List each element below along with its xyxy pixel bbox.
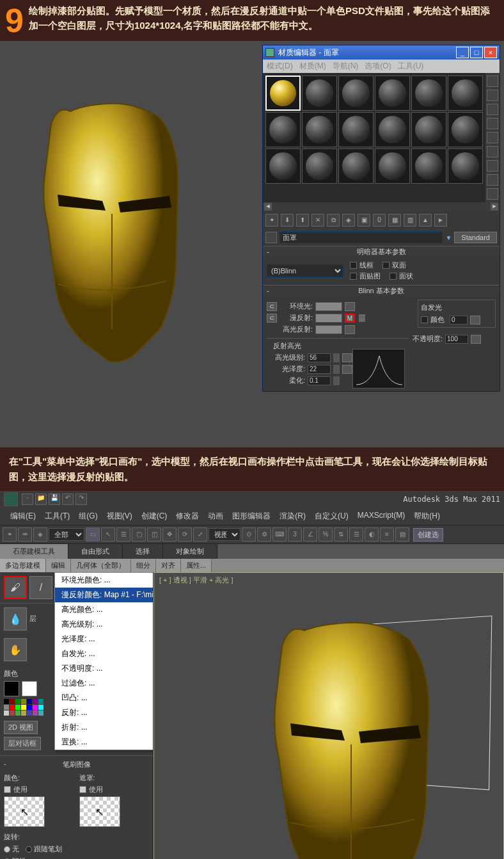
material-slot-6[interactable] [448, 76, 483, 111]
material-slot-17[interactable] [411, 149, 446, 184]
sample-type-icon[interactable] [487, 76, 498, 87]
show-map-icon[interactable]: ▦ [388, 214, 401, 227]
slot-scrollbar[interactable]: ◄ ► [263, 202, 500, 211]
snap-icon[interactable]: 3 [288, 527, 302, 542]
menu-mode[interactable]: 模式(D) [267, 61, 293, 72]
percent-snap-icon[interactable]: % [319, 527, 333, 542]
material-slot-16[interactable] [375, 149, 410, 184]
ctx-reflect[interactable]: 反射: ... [55, 705, 154, 720]
bind-icon[interactable]: ◈ [33, 527, 47, 542]
unlink-icon[interactable]: ⚮ [18, 527, 32, 542]
subtab-poly[interactable]: 多边形建模 [0, 559, 46, 572]
facemap-checkbox[interactable] [350, 273, 357, 280]
get-material-icon[interactable]: ✦ [265, 214, 278, 227]
ctx-specular[interactable]: 高光颜色: ... [55, 602, 154, 617]
spin-down-icon[interactable] [333, 381, 340, 385]
titlebar[interactable]: 材质编辑器 - 面罩 _ □ × [263, 45, 500, 60]
ambient-swatch[interactable] [315, 302, 342, 311]
material-slot-7[interactable] [265, 112, 301, 147]
link-icon[interactable]: ⚭ [3, 527, 17, 542]
material-slot-2[interactable] [302, 76, 337, 111]
menu-help[interactable]: 帮助(H) [411, 510, 443, 523]
save-icon[interactable]: 💾 [49, 494, 60, 505]
select-by-mat-icon[interactable] [487, 174, 498, 186]
ctx-opacity[interactable]: 不透明度: ... [55, 661, 154, 676]
rot-none-radio[interactable] [4, 846, 10, 853]
spin-up-icon[interactable] [333, 376, 340, 381]
material-slot-5[interactable] [411, 76, 446, 111]
rollout-toggle-icon[interactable]: - [267, 248, 269, 255]
rotate-icon[interactable]: ⟳ [178, 527, 192, 542]
create-selection-button[interactable]: 创建选 [413, 528, 443, 542]
go-parent-icon[interactable]: ▲ [419, 214, 432, 227]
show-end-icon[interactable]: ▥ [404, 214, 416, 227]
subtab-align[interactable]: 对齐 [156, 559, 181, 572]
background-color[interactable] [22, 681, 37, 696]
options-icon[interactable] [487, 160, 498, 172]
dropdown-arrow-icon[interactable]: ▼ [445, 234, 452, 241]
spin-up-icon[interactable] [333, 365, 340, 369]
specular-map-button[interactable] [345, 325, 355, 334]
window-crossing-icon[interactable]: ◫ [147, 527, 161, 542]
opacity-input[interactable] [445, 335, 468, 344]
material-slot-9[interactable] [338, 112, 374, 147]
tab-selection[interactable]: 选择 [123, 544, 163, 559]
ctx-filter[interactable]: 过滤色: ... [55, 676, 154, 691]
lock-ambient-icon[interactable]: ⊂ [267, 302, 277, 311]
speclevel-input[interactable] [308, 353, 331, 362]
gloss-map-button[interactable] [342, 365, 352, 374]
gloss-input[interactable] [308, 365, 331, 374]
mirror-icon[interactable]: ◐ [365, 527, 379, 542]
coord-select[interactable]: 视图 [209, 528, 240, 541]
background-icon[interactable] [487, 104, 498, 115]
menu-modifiers[interactable]: 修改器 [173, 510, 201, 523]
make-unique-icon[interactable]: ◈ [342, 214, 355, 227]
subtab-props[interactable]: 属性... [181, 559, 212, 572]
redo-icon[interactable]: ↷ [75, 494, 87, 505]
tab-object-paint[interactable]: 对象绘制 [163, 544, 217, 559]
select-name-icon[interactable]: ☰ [116, 527, 130, 542]
minimize-button[interactable]: _ [456, 47, 469, 58]
named-sel-icon[interactable]: ☰ [349, 527, 363, 542]
rollout-toggle-icon[interactable]: - [4, 760, 6, 767]
lock-diffuse-icon[interactable]: ⊂ [267, 314, 277, 323]
soften-input[interactable] [308, 376, 331, 385]
subtab-edit[interactable]: 编辑 [46, 559, 71, 572]
menu-render[interactable]: 渲染(R) [277, 510, 308, 523]
ctx-diffuse[interactable]: 漫反射颜色: Map #1 - F:\mianzhao.psd [55, 588, 154, 602]
angle-snap-icon[interactable]: ∠ [303, 527, 317, 542]
subtab-geometry[interactable]: 几何体（全部） [71, 559, 131, 572]
maximize-button[interactable]: □ [470, 47, 483, 58]
max-logo-icon[interactable] [4, 492, 18, 506]
material-slot-14[interactable] [302, 149, 337, 184]
material-slot-13[interactable] [265, 149, 301, 184]
material-slot-18[interactable] [448, 149, 483, 184]
align-icon[interactable]: ≡ [380, 527, 394, 542]
menu-options[interactable]: 选项(O) [365, 61, 391, 72]
foreground-color[interactable] [4, 681, 19, 696]
put-to-scene-icon[interactable]: ⬇ [281, 214, 294, 227]
copy-icon[interactable]: ⧉ [327, 214, 340, 227]
menu-group[interactable]: 组(G) [76, 510, 100, 523]
scale-icon[interactable]: ⤢ [193, 527, 207, 542]
speclevel-map-button[interactable] [342, 353, 352, 362]
hand-tool-button[interactable]: ✋ [4, 638, 27, 661]
brush-mask-preview[interactable]: ↖ [79, 796, 120, 827]
opacity-map-button[interactable] [471, 335, 481, 344]
menu-maxscript[interactable]: MAXScript(M) [355, 510, 408, 523]
spinner-snap-icon[interactable]: ⇅ [334, 527, 348, 542]
undo-icon[interactable]: ↶ [62, 494, 74, 505]
brush-color-preview[interactable]: ↖ [4, 796, 45, 827]
filter-select[interactable]: 全部 [49, 528, 84, 541]
color-palette[interactable] [4, 699, 40, 716]
menu-edit[interactable]: 编辑(E) [8, 510, 38, 523]
material-slot-4[interactable] [375, 76, 410, 111]
new-icon[interactable]: ▫ [22, 494, 33, 505]
faceted-checkbox[interactable] [390, 273, 397, 280]
menu-tools[interactable]: 工具(U) [398, 61, 424, 72]
selflight-checkbox[interactable] [421, 316, 428, 323]
menu-tools[interactable]: 工具(T) [42, 510, 72, 523]
menu-material[interactable]: 材质(M) [299, 61, 326, 72]
brush-tool-button[interactable]: 🖌 [4, 576, 27, 599]
go-sibling-icon[interactable]: ► [434, 214, 447, 227]
